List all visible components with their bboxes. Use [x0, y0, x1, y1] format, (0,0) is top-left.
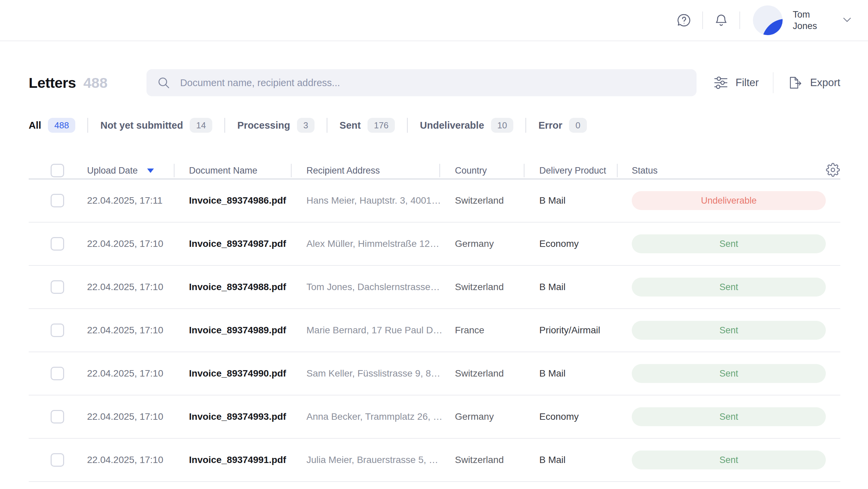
status-badge: Undeliverable — [632, 191, 826, 210]
cell-upload-date: 22.04.2025, 17:10 — [87, 238, 189, 249]
column-divider — [524, 164, 524, 177]
filter-label: Filter — [736, 77, 759, 89]
user-name: Tom Jones — [793, 9, 817, 32]
cell-delivery-product: B Mail — [539, 195, 632, 206]
table-header: Upload Date Document Name Recipient Addr… — [29, 162, 840, 179]
cell-document-name: Invoice_89374989.pdf — [189, 325, 306, 336]
tab-undeliverable[interactable]: Undeliverable 10 — [420, 118, 513, 133]
table-row[interactable]: 22.04.2025, 17:10 Invoice_89374993.pdf A… — [29, 395, 840, 439]
cell-recipient: Marie Bernard, 17 Rue Paul D… — [306, 325, 455, 336]
status-badge: Sent — [632, 321, 826, 340]
column-header-country[interactable]: Country — [455, 165, 539, 176]
select-all-checkbox[interactable] — [51, 164, 64, 177]
column-divider — [617, 164, 618, 177]
tab-count-badge: 10 — [491, 118, 514, 133]
cell-delivery-product: B Mail — [539, 282, 632, 292]
cell-delivery-product: Priority/Airmail — [539, 325, 632, 336]
cell-recipient: Anna Becker, Trammplatz 26, … — [306, 411, 455, 422]
table-row[interactable]: 22.04.2025, 17:10 Invoice_89374991.pdf J… — [29, 439, 840, 482]
tab-divider — [87, 118, 88, 133]
avatar[interactable] — [753, 5, 783, 35]
export-icon — [788, 75, 803, 90]
cell-delivery-product: Economy — [539, 238, 632, 249]
table-row[interactable]: 22.04.2025, 17:10 Invoice_89374990.pdf S… — [29, 352, 840, 395]
row-checkbox[interactable] — [51, 410, 64, 423]
tab-processing[interactable]: Processing 3 — [237, 118, 315, 133]
cell-upload-date: 22.04.2025, 17:10 — [87, 325, 189, 336]
column-header-status[interactable]: Status — [632, 165, 826, 176]
toolbar-actions: Filter Export — [713, 72, 841, 93]
cell-recipient: Sam Keller, Füsslistrasse 9, 8… — [306, 368, 455, 379]
page-count: 488 — [83, 75, 108, 91]
cell-delivery-product: B Mail — [539, 368, 632, 379]
tab-count-badge: 488 — [48, 118, 75, 133]
column-header-document-name[interactable]: Document Name — [189, 165, 306, 176]
cell-upload-date: 22.04.2025, 17:11 — [87, 195, 189, 206]
cell-document-name: Invoice_89374987.pdf — [189, 238, 306, 249]
filter-button[interactable]: Filter — [713, 75, 759, 90]
notifications-button[interactable] — [712, 11, 730, 29]
tab-divider — [224, 118, 225, 133]
tab-all[interactable]: All 488 — [29, 118, 75, 133]
tab-count-badge: 176 — [368, 118, 395, 133]
table-row[interactable]: 22.04.2025, 17:10 Invoice_89374988.pdf T… — [29, 266, 840, 309]
bell-icon — [713, 12, 729, 28]
export-label: Export — [810, 77, 840, 89]
cell-document-name: Invoice_89374988.pdf — [189, 282, 306, 292]
topbar-divider — [739, 11, 740, 29]
avatar-wedge — [762, 16, 783, 35]
row-checkbox[interactable] — [51, 324, 64, 337]
table-row[interactable]: 22.04.2025, 17:10 Invoice_89374989.pdf M… — [29, 309, 840, 352]
column-header-delivery-product[interactable]: Delivery Product — [539, 165, 632, 176]
row-checkbox[interactable] — [51, 237, 64, 251]
cell-upload-date: 22.04.2025, 17:10 — [87, 455, 189, 465]
table-row[interactable]: 22.04.2025, 17:11 Invoice_89374986.pdf H… — [29, 179, 840, 223]
row-checkbox[interactable] — [51, 280, 64, 294]
search-input[interactable] — [180, 77, 686, 88]
table-settings-button[interactable] — [826, 163, 840, 178]
gear-icon — [826, 163, 840, 177]
tab-divider — [327, 118, 327, 133]
chevron-down-icon — [841, 14, 853, 25]
status-badge: Sent — [632, 234, 826, 253]
status-badge: Sent — [632, 407, 826, 426]
column-divider — [439, 164, 440, 177]
toolbar: Letters 488 Filter — [29, 69, 840, 96]
cell-delivery-product: B Mail — [539, 455, 632, 465]
table-row[interactable]: 22.04.2025, 17:10 Invoice_89374987.pdf A… — [29, 223, 840, 266]
row-checkbox[interactable] — [51, 367, 64, 380]
tab-error[interactable]: Error 0 — [538, 118, 587, 133]
row-checkbox[interactable] — [51, 453, 64, 467]
cell-recipient: Alex Müller, Himmelstraße 12… — [306, 238, 455, 249]
tab-sent[interactable]: Sent 176 — [340, 118, 395, 133]
cell-recipient: Julia Meier, Brauerstrasse 5, … — [306, 455, 455, 465]
sort-desc-icon[interactable] — [147, 169, 154, 173]
search-box[interactable] — [146, 69, 697, 96]
cell-document-name: Invoice_89374990.pdf — [189, 368, 306, 379]
cell-country: France — [455, 325, 539, 336]
tab-divider — [525, 118, 526, 133]
cell-country: Switzerland — [455, 195, 539, 206]
cell-recipient: Tom Jones, Dachslernstrasse… — [306, 282, 455, 292]
cell-country: Switzerland — [455, 455, 539, 465]
export-button[interactable]: Export — [788, 75, 840, 90]
actions-divider — [773, 72, 774, 93]
help-button[interactable] — [675, 11, 693, 29]
cell-upload-date: 22.04.2025, 17:10 — [87, 368, 189, 379]
cell-document-name: Invoice_89374991.pdf — [189, 455, 306, 465]
column-divider — [174, 164, 174, 177]
user-menu-button[interactable] — [841, 14, 853, 27]
tab-not-yet-submitted[interactable]: Not yet submitted 14 — [100, 118, 212, 133]
tab-count-badge: 0 — [569, 118, 587, 133]
cell-upload-date: 22.04.2025, 17:10 — [87, 411, 189, 422]
column-header-recipient[interactable]: Recipient Address — [306, 165, 455, 176]
cell-country: Germany — [455, 411, 539, 422]
status-badge: Sent — [632, 364, 826, 383]
cell-recipient: Hans Meier, Hauptstr. 3, 4001… — [306, 195, 455, 206]
row-checkbox[interactable] — [51, 194, 64, 207]
cell-country: Switzerland — [455, 368, 539, 379]
help-icon — [676, 12, 692, 28]
page-title: Letters — [29, 75, 76, 91]
tab-count-badge: 3 — [297, 118, 315, 133]
status-tabs: All 488 Not yet submitted 14 Processing … — [29, 118, 840, 133]
